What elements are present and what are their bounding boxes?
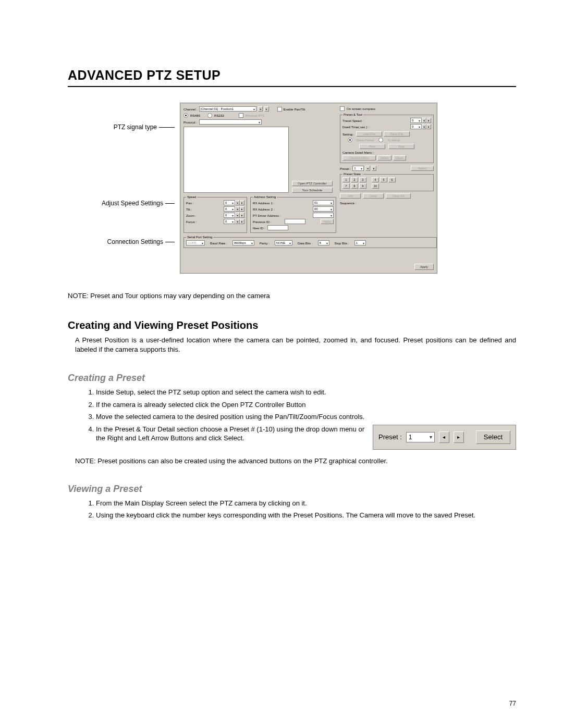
callout-speed: Adjust Speed Settings (68, 200, 175, 207)
channel-label: Channel : (183, 107, 198, 111)
callout-signal-type: PTZ signal type (68, 124, 175, 131)
pan-prev[interactable]: ◂ (235, 200, 240, 205)
zoom-next[interactable]: ▸ (240, 213, 244, 218)
baud-select[interactable]: 9600bps (232, 240, 254, 245)
subsection-creating-heading: Creating a Preset (68, 373, 516, 384)
viewing-steps: From the Main Display Screen select the … (83, 499, 516, 520)
serial-port-group: Serial Port Setting COM1 Baud Rate :9600… (183, 236, 437, 248)
viewing-step-1: From the Main Display Screen select the … (96, 499, 516, 508)
dwell-prev[interactable]: ◂ (422, 124, 426, 129)
tour-schedule-button[interactable]: Tour Schedule (292, 188, 333, 193)
preview-pane (183, 127, 289, 193)
focus-next[interactable]: ▸ (240, 219, 244, 224)
rx2-select[interactable]: 00 (313, 206, 334, 212)
focus-select[interactable]: 0 (224, 219, 235, 224)
viewing-step-2: Using the keyboard click the number keys… (96, 511, 516, 520)
cam-select-button[interactable]: Select (377, 155, 391, 161)
zoom-prev[interactable]: ◂ (235, 213, 240, 218)
preset-next[interactable]: ▸ (372, 166, 376, 171)
focus-prev[interactable]: ◂ (235, 219, 240, 224)
onscreen-compass-checkbox[interactable] (340, 106, 345, 111)
rs232-label: RS232 (214, 114, 224, 117)
ptz-dialog-figure: PTZ signal type Adjust Speed Settings Co… (68, 103, 516, 282)
inset-next-button[interactable]: ▸ (454, 431, 464, 443)
com-select[interactable]: COM1 (186, 240, 205, 245)
subsection-viewing-heading: Viewing a Preset (68, 484, 516, 495)
load-file-button[interactable]: Load File (356, 131, 382, 137)
stopbits-select[interactable]: 1 (354, 240, 366, 245)
channel-select[interactable]: [Channel 01] : Position1 (199, 106, 256, 112)
ptdrv-select[interactable] (313, 213, 334, 218)
preset-2[interactable]: 2 (351, 177, 358, 182)
to-setup-radio[interactable] (378, 138, 383, 142)
preset-10[interactable]: 10 (372, 183, 379, 189)
reverse-ptz-label: Reverse PTZ (246, 114, 264, 117)
inset-preset-select[interactable]: 1 (406, 432, 435, 442)
preset-state-group: Preset State : 123456 78910 (340, 172, 434, 191)
preset-prev[interactable]: ◂ (365, 166, 370, 171)
preset-select-button[interactable]: Select (411, 166, 434, 171)
save-file-button[interactable]: Save File (384, 131, 410, 137)
save-preset-radio[interactable] (348, 138, 352, 142)
onscreen-compass-label: On screen compass (347, 107, 375, 110)
pan-next[interactable]: ▸ (240, 200, 244, 205)
creating-step-1: Inside Setup, select the PTZ setup optio… (96, 388, 516, 397)
speed-group: Speed Pan :0◂▸ Tilt :0◂▸ Zoom :0◂▸ Focus… (183, 195, 247, 233)
creating-step-3: Move the selected camera to the desired … (96, 412, 516, 422)
add-button[interactable]: Add (340, 193, 361, 199)
preset-tour-group: Preset & Tour Travel Speed :0◂▸ Dwell Ti… (340, 113, 434, 163)
preset-4[interactable]: 4 (372, 177, 379, 182)
tilt-select[interactable]: 0 (224, 206, 235, 212)
rx1-select[interactable]: 01 (313, 200, 334, 205)
dwell-next[interactable]: ▸ (426, 124, 431, 129)
preset-1[interactable]: 1 (342, 177, 350, 182)
apply-button[interactable]: Apply (414, 264, 434, 270)
reverse-ptz-checkbox[interactable] (239, 113, 243, 118)
enable-pantilt-checkbox[interactable] (277, 107, 282, 112)
run-button[interactable]: Run (359, 144, 385, 149)
rs485-radio[interactable] (183, 113, 188, 118)
inset-prev-button[interactable]: ◂ (439, 431, 449, 443)
channel-prev-button[interactable]: ◂ (258, 106, 263, 112)
tilt-prev[interactable]: ◂ (235, 206, 240, 212)
preset-5[interactable]: 5 (380, 177, 387, 182)
preset-3[interactable]: 3 (359, 177, 366, 182)
inset-select-button[interactable]: Select (476, 430, 510, 444)
travel-speed-select[interactable]: 0 (410, 118, 422, 123)
preset-7[interactable]: 7 (342, 183, 350, 189)
zoom-select[interactable]: 0 (224, 213, 235, 218)
open-ptz-controller-button[interactable]: Open PTZ Controller (292, 181, 333, 186)
protocol-select[interactable] (199, 119, 262, 125)
enable-pantilt-label: Enable Pan/Tilt (284, 107, 305, 111)
databits-select[interactable]: 8 (318, 240, 329, 245)
previd-field (285, 219, 305, 224)
dwell-select[interactable]: 0 (410, 124, 422, 129)
parity-select[interactable]: NONE (275, 240, 292, 245)
rs232-radio[interactable] (207, 113, 212, 118)
stop-button[interactable]: Stop (388, 144, 414, 149)
addr-apply-button[interactable]: Apply (321, 219, 334, 224)
inset-preset-label: Preset : (378, 433, 402, 442)
travel-next[interactable]: ▸ (426, 118, 431, 123)
channel-next-button[interactable]: ▸ (264, 106, 269, 112)
pan-select[interactable]: 0 (224, 200, 235, 205)
travel-prev[interactable]: ◂ (422, 118, 426, 123)
preset-9[interactable]: 9 (359, 183, 366, 189)
newid-field[interactable] (267, 225, 288, 230)
creating-step-4: Preset : 1 ◂ ▸ Select In the Preset & To… (96, 425, 516, 453)
clear-button[interactable]: Clear (363, 193, 384, 199)
preset-select[interactable]: 1 (352, 166, 364, 171)
creating-steps: Inside Setup, select the PTZ setup optio… (83, 388, 516, 453)
cam-close-button[interactable]: Close (393, 155, 406, 161)
note-preset-tour: NOTE: Preset and Tour options may vary d… (68, 292, 516, 300)
address-group: Address Setting RX Address 1 :01 RX Addr… (250, 195, 336, 233)
clearall-button[interactable]: Clear All (386, 193, 411, 199)
preset-inset-figure: Preset : 1 ◂ ▸ Select (373, 425, 516, 450)
callout-connection: Connection Settings (68, 238, 175, 245)
tilt-next[interactable]: ▸ (240, 206, 244, 212)
page-number: 77 (509, 700, 516, 707)
creating-note: NOTE: Preset positions can also be creat… (75, 457, 516, 465)
preset-6[interactable]: 6 (388, 177, 396, 182)
preset-8[interactable]: 8 (351, 183, 358, 189)
camera-menu-button[interactable]: Camera Menu (342, 155, 376, 161)
